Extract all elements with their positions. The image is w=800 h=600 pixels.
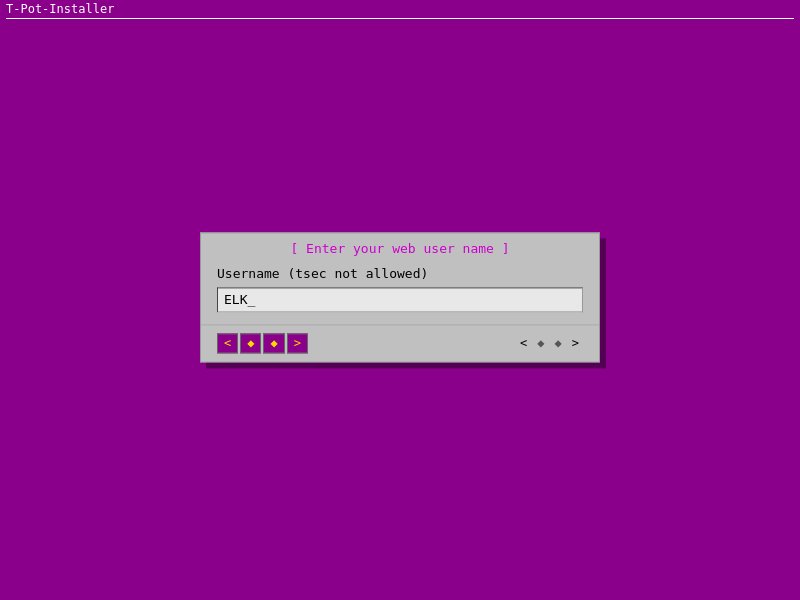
username-label: Username (tsec not allowed): [217, 266, 583, 281]
diamond-icon-3: ◆: [537, 336, 544, 350]
cancel-diamond2-button[interactable]: ◆: [551, 334, 566, 352]
dialog-title: [ Enter your web user name ]: [201, 233, 599, 260]
diamond-icon-1: ◆: [247, 336, 254, 350]
dialog-footer: < ◆ ◆ > < ◆ ◆ >: [201, 324, 599, 361]
dialog-box: [ Enter your web user name ] Username (t…: [200, 232, 600, 362]
cancel-right-arrow-button[interactable]: >: [568, 334, 583, 352]
left-diamond1-button[interactable]: ◆: [240, 333, 261, 353]
diamond-icon-2: ◆: [270, 336, 277, 350]
title-bar: T-Pot-Installer: [0, 0, 800, 21]
title-bar-divider: [6, 18, 794, 19]
left-diamond2-button[interactable]: ◆: [263, 333, 284, 353]
cancel-diamond1-button[interactable]: ◆: [533, 334, 548, 352]
cancel-left-arrow-button[interactable]: <: [516, 334, 531, 352]
app-title: T-Pot-Installer: [6, 2, 114, 16]
left-arrow-button[interactable]: <: [217, 333, 238, 353]
diamond-icon-4: ◆: [555, 336, 562, 350]
dialog-body: Username (tsec not allowed): [201, 260, 599, 324]
left-button-group: < ◆ ◆ >: [217, 333, 308, 353]
right-arrow-button[interactable]: >: [287, 333, 308, 353]
right-button-group: < ◆ ◆ >: [516, 334, 583, 352]
username-input[interactable]: [217, 287, 583, 312]
